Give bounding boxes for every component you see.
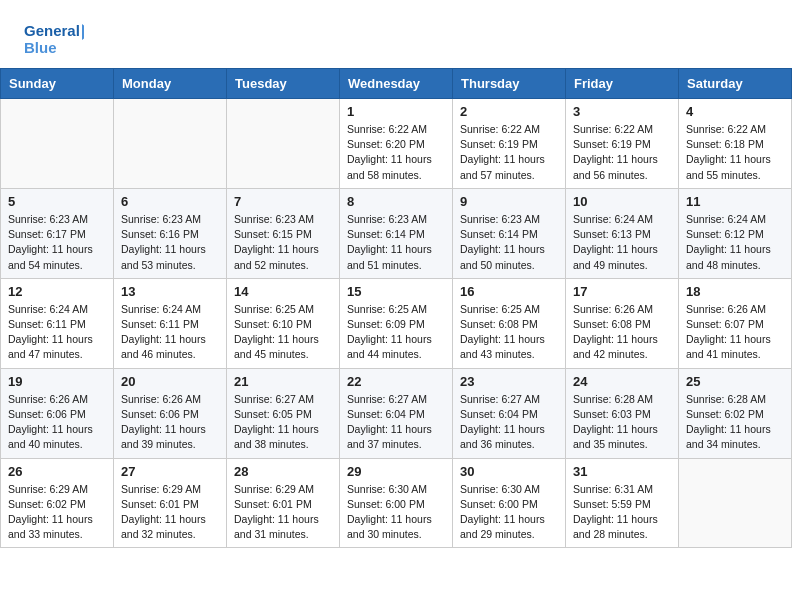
day-info: Sunrise: 6:26 AM Sunset: 6:06 PM Dayligh… (8, 392, 106, 453)
weekday-header: Thursday (453, 69, 566, 99)
day-info: Sunrise: 6:30 AM Sunset: 6:00 PM Dayligh… (460, 482, 558, 543)
calendar-week-row: 5Sunrise: 6:23 AM Sunset: 6:17 PM Daylig… (1, 188, 792, 278)
calendar-cell: 15Sunrise: 6:25 AM Sunset: 6:09 PM Dayli… (340, 278, 453, 368)
weekday-header: Friday (566, 69, 679, 99)
day-number: 5 (8, 194, 106, 209)
calendar-cell: 8Sunrise: 6:23 AM Sunset: 6:14 PM Daylig… (340, 188, 453, 278)
day-number: 20 (121, 374, 219, 389)
day-info: Sunrise: 6:28 AM Sunset: 6:03 PM Dayligh… (573, 392, 671, 453)
day-number: 4 (686, 104, 784, 119)
calendar-cell (679, 458, 792, 548)
logo-svg: General Blue (24, 18, 84, 58)
svg-text:Blue: Blue (24, 39, 57, 56)
day-info: Sunrise: 6:31 AM Sunset: 5:59 PM Dayligh… (573, 482, 671, 543)
calendar-cell: 6Sunrise: 6:23 AM Sunset: 6:16 PM Daylig… (114, 188, 227, 278)
calendar-week-row: 1Sunrise: 6:22 AM Sunset: 6:20 PM Daylig… (1, 99, 792, 189)
day-info: Sunrise: 6:22 AM Sunset: 6:20 PM Dayligh… (347, 122, 445, 183)
day-info: Sunrise: 6:27 AM Sunset: 6:05 PM Dayligh… (234, 392, 332, 453)
day-number: 17 (573, 284, 671, 299)
calendar-cell: 26Sunrise: 6:29 AM Sunset: 6:02 PM Dayli… (1, 458, 114, 548)
calendar-cell: 10Sunrise: 6:24 AM Sunset: 6:13 PM Dayli… (566, 188, 679, 278)
day-number: 25 (686, 374, 784, 389)
page-header: General Blue (0, 0, 792, 68)
calendar-week-row: 19Sunrise: 6:26 AM Sunset: 6:06 PM Dayli… (1, 368, 792, 458)
day-number: 15 (347, 284, 445, 299)
logo: General Blue (24, 18, 84, 58)
day-info: Sunrise: 6:24 AM Sunset: 6:11 PM Dayligh… (8, 302, 106, 363)
day-number: 24 (573, 374, 671, 389)
svg-marker-2 (82, 24, 84, 40)
day-number: 29 (347, 464, 445, 479)
calendar-week-row: 26Sunrise: 6:29 AM Sunset: 6:02 PM Dayli… (1, 458, 792, 548)
day-info: Sunrise: 6:24 AM Sunset: 6:13 PM Dayligh… (573, 212, 671, 273)
day-info: Sunrise: 6:23 AM Sunset: 6:16 PM Dayligh… (121, 212, 219, 273)
calendar-cell: 24Sunrise: 6:28 AM Sunset: 6:03 PM Dayli… (566, 368, 679, 458)
weekday-header: Wednesday (340, 69, 453, 99)
day-number: 8 (347, 194, 445, 209)
calendar-cell: 23Sunrise: 6:27 AM Sunset: 6:04 PM Dayli… (453, 368, 566, 458)
weekday-header: Sunday (1, 69, 114, 99)
day-info: Sunrise: 6:23 AM Sunset: 6:17 PM Dayligh… (8, 212, 106, 273)
calendar-cell: 17Sunrise: 6:26 AM Sunset: 6:08 PM Dayli… (566, 278, 679, 368)
day-number: 19 (8, 374, 106, 389)
calendar-cell: 3Sunrise: 6:22 AM Sunset: 6:19 PM Daylig… (566, 99, 679, 189)
day-number: 11 (686, 194, 784, 209)
day-number: 13 (121, 284, 219, 299)
calendar-cell: 29Sunrise: 6:30 AM Sunset: 6:00 PM Dayli… (340, 458, 453, 548)
day-number: 7 (234, 194, 332, 209)
day-info: Sunrise: 6:23 AM Sunset: 6:14 PM Dayligh… (460, 212, 558, 273)
day-info: Sunrise: 6:25 AM Sunset: 6:10 PM Dayligh… (234, 302, 332, 363)
day-number: 1 (347, 104, 445, 119)
day-number: 26 (8, 464, 106, 479)
day-number: 14 (234, 284, 332, 299)
weekday-header: Monday (114, 69, 227, 99)
svg-text:General: General (24, 22, 80, 39)
day-info: Sunrise: 6:27 AM Sunset: 6:04 PM Dayligh… (460, 392, 558, 453)
calendar-cell: 30Sunrise: 6:30 AM Sunset: 6:00 PM Dayli… (453, 458, 566, 548)
day-number: 16 (460, 284, 558, 299)
day-info: Sunrise: 6:30 AM Sunset: 6:00 PM Dayligh… (347, 482, 445, 543)
calendar-cell: 11Sunrise: 6:24 AM Sunset: 6:12 PM Dayli… (679, 188, 792, 278)
calendar-cell: 13Sunrise: 6:24 AM Sunset: 6:11 PM Dayli… (114, 278, 227, 368)
weekday-header: Tuesday (227, 69, 340, 99)
calendar-cell: 2Sunrise: 6:22 AM Sunset: 6:19 PM Daylig… (453, 99, 566, 189)
calendar-week-row: 12Sunrise: 6:24 AM Sunset: 6:11 PM Dayli… (1, 278, 792, 368)
weekday-header: Saturday (679, 69, 792, 99)
day-info: Sunrise: 6:26 AM Sunset: 6:06 PM Dayligh… (121, 392, 219, 453)
day-number: 21 (234, 374, 332, 389)
day-info: Sunrise: 6:27 AM Sunset: 6:04 PM Dayligh… (347, 392, 445, 453)
day-number: 10 (573, 194, 671, 209)
calendar-cell: 19Sunrise: 6:26 AM Sunset: 6:06 PM Dayli… (1, 368, 114, 458)
day-info: Sunrise: 6:24 AM Sunset: 6:12 PM Dayligh… (686, 212, 784, 273)
calendar-cell: 22Sunrise: 6:27 AM Sunset: 6:04 PM Dayli… (340, 368, 453, 458)
day-info: Sunrise: 6:26 AM Sunset: 6:07 PM Dayligh… (686, 302, 784, 363)
day-number: 23 (460, 374, 558, 389)
day-number: 3 (573, 104, 671, 119)
calendar-cell: 28Sunrise: 6:29 AM Sunset: 6:01 PM Dayli… (227, 458, 340, 548)
day-info: Sunrise: 6:24 AM Sunset: 6:11 PM Dayligh… (121, 302, 219, 363)
day-info: Sunrise: 6:26 AM Sunset: 6:08 PM Dayligh… (573, 302, 671, 363)
day-info: Sunrise: 6:22 AM Sunset: 6:19 PM Dayligh… (460, 122, 558, 183)
day-info: Sunrise: 6:22 AM Sunset: 6:18 PM Dayligh… (686, 122, 784, 183)
day-info: Sunrise: 6:29 AM Sunset: 6:01 PM Dayligh… (234, 482, 332, 543)
day-number: 6 (121, 194, 219, 209)
day-number: 22 (347, 374, 445, 389)
calendar-cell: 31Sunrise: 6:31 AM Sunset: 5:59 PM Dayli… (566, 458, 679, 548)
day-info: Sunrise: 6:22 AM Sunset: 6:19 PM Dayligh… (573, 122, 671, 183)
calendar-cell: 21Sunrise: 6:27 AM Sunset: 6:05 PM Dayli… (227, 368, 340, 458)
day-info: Sunrise: 6:25 AM Sunset: 6:09 PM Dayligh… (347, 302, 445, 363)
day-info: Sunrise: 6:29 AM Sunset: 6:02 PM Dayligh… (8, 482, 106, 543)
day-number: 9 (460, 194, 558, 209)
calendar-cell: 1Sunrise: 6:22 AM Sunset: 6:20 PM Daylig… (340, 99, 453, 189)
day-number: 28 (234, 464, 332, 479)
day-info: Sunrise: 6:28 AM Sunset: 6:02 PM Dayligh… (686, 392, 784, 453)
day-number: 2 (460, 104, 558, 119)
calendar-cell: 9Sunrise: 6:23 AM Sunset: 6:14 PM Daylig… (453, 188, 566, 278)
day-number: 12 (8, 284, 106, 299)
day-info: Sunrise: 6:23 AM Sunset: 6:14 PM Dayligh… (347, 212, 445, 273)
day-number: 27 (121, 464, 219, 479)
calendar-cell: 25Sunrise: 6:28 AM Sunset: 6:02 PM Dayli… (679, 368, 792, 458)
day-number: 31 (573, 464, 671, 479)
calendar-cell: 12Sunrise: 6:24 AM Sunset: 6:11 PM Dayli… (1, 278, 114, 368)
calendar-table: SundayMondayTuesdayWednesdayThursdayFrid… (0, 68, 792, 548)
